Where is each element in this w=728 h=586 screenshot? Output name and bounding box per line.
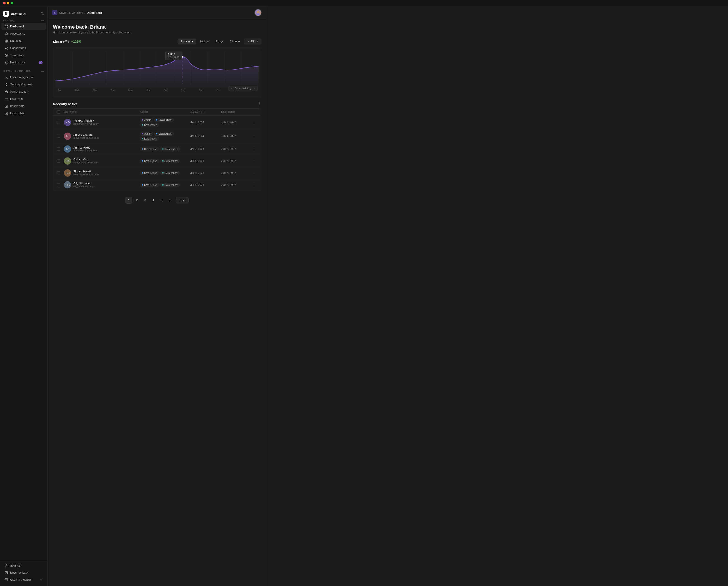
page-btn-6[interactable]: 6 bbox=[166, 197, 173, 204]
sidebar-item-export-data[interactable]: Export data bbox=[1, 110, 46, 117]
access-badges: Data Export Data Import bbox=[140, 147, 190, 151]
sidebar-item-label: Settings bbox=[10, 564, 20, 567]
chart-tooltip: 6,840 4 Jul 2023 bbox=[166, 51, 182, 60]
chart-area[interactable] bbox=[55, 51, 259, 87]
sidebar-item-security[interactable]: Security & access bbox=[1, 81, 46, 88]
sidebar-item-timezones[interactable]: Timezones bbox=[1, 52, 46, 59]
user-name: Sienna Hewitt bbox=[73, 170, 99, 173]
sidebar-item-label: Database bbox=[10, 39, 22, 43]
page-btn-1[interactable]: 1 bbox=[125, 197, 132, 204]
page-subtitle: Here's an overview of your site traffic … bbox=[53, 31, 261, 34]
date-added: July 4, 2022 bbox=[221, 171, 251, 175]
recently-active-menu[interactable] bbox=[257, 102, 261, 106]
svg-rect-23 bbox=[5, 578, 7, 581]
sidebar-item-database[interactable]: Database bbox=[1, 37, 46, 44]
last-active: Mar 8, 2024 bbox=[190, 171, 221, 175]
access-badges: Data Export Data Import bbox=[140, 183, 190, 187]
filter-30days[interactable]: 30 days bbox=[197, 38, 212, 45]
date-added: July 4, 2022 bbox=[221, 183, 251, 186]
row-menu-btn[interactable]: ⋮ bbox=[251, 147, 257, 151]
time-filters: 12 months 30 days 7 days 24 hours Filter… bbox=[178, 38, 261, 45]
svg-point-13 bbox=[7, 49, 8, 49]
sidebar-item-authentication[interactable]: Authentication bbox=[1, 88, 46, 95]
maximize-window-btn[interactable] bbox=[11, 2, 13, 4]
filters-button[interactable]: Filters bbox=[244, 38, 261, 45]
user-name: Ammar Foley bbox=[73, 146, 99, 149]
company-icon: S bbox=[52, 10, 57, 15]
svg-line-24 bbox=[41, 578, 43, 580]
page-btn-5[interactable]: 5 bbox=[158, 197, 165, 204]
row-checkbox[interactable] bbox=[57, 159, 60, 162]
page-btn-4[interactable]: 4 bbox=[150, 197, 157, 204]
sidebar-item-label: Export data bbox=[10, 112, 25, 115]
svg-point-4 bbox=[41, 12, 43, 15]
main-content: S Sisyphus Ventures / Dashboard Welcome … bbox=[47, 6, 267, 586]
row-menu-btn[interactable]: ⋮ bbox=[251, 171, 257, 175]
sidebar-item-import-data[interactable]: Import data bbox=[1, 103, 46, 109]
section-menu-icon2[interactable]: ••• bbox=[41, 70, 44, 73]
filters-label: Filters bbox=[251, 40, 258, 43]
page-title: Welcome back, Briana bbox=[53, 24, 261, 30]
filter-7days[interactable]: 7 days bbox=[213, 38, 226, 45]
date-added: July 4, 2022 bbox=[221, 148, 251, 151]
access-badges: Data Export Data Import bbox=[140, 159, 190, 163]
page-btn-2[interactable]: 2 bbox=[133, 197, 140, 204]
close-window-btn[interactable] bbox=[3, 2, 6, 4]
table-header: User name Access Last active Date added bbox=[53, 109, 261, 115]
next-button[interactable]: Next bbox=[176, 197, 189, 204]
filter-24hours[interactable]: 24 hours bbox=[227, 38, 243, 45]
date-added: July 4, 2022 bbox=[221, 159, 251, 162]
traffic-title: Site traffic bbox=[53, 40, 69, 44]
sidebar-item-dashboard[interactable]: Dashboard bbox=[1, 23, 46, 30]
svg-point-11 bbox=[5, 48, 6, 49]
table-row: AF Ammar Foley ammar@untitledui.com Data… bbox=[53, 143, 261, 155]
recently-active-title: Recently active bbox=[53, 102, 77, 106]
page-btn-3[interactable]: 3 bbox=[142, 197, 148, 204]
row-checkbox[interactable] bbox=[57, 183, 60, 186]
svg-rect-1 bbox=[6, 12, 7, 14]
minimize-window-btn[interactable] bbox=[7, 2, 9, 4]
row-menu-btn[interactable]: ⋮ bbox=[251, 120, 257, 125]
select-all-checkbox[interactable] bbox=[57, 110, 64, 113]
svg-rect-5 bbox=[5, 25, 6, 26]
row-checkbox[interactable] bbox=[57, 148, 60, 151]
sidebar-item-settings[interactable]: Settings bbox=[1, 562, 46, 569]
row-checkbox[interactable] bbox=[57, 171, 60, 175]
sidebar-item-appearance[interactable]: Appearance bbox=[1, 30, 46, 37]
security-icon bbox=[4, 83, 8, 86]
sidebar-item-notifications[interactable]: Notifications 4 bbox=[1, 59, 46, 66]
chart-container: 6,840 4 Jul 2023 bbox=[53, 48, 261, 97]
filter-12months[interactable]: 12 months bbox=[178, 38, 196, 45]
sisyphus-section-label: SISYPHUS VENTURES ••• bbox=[0, 69, 47, 74]
user-icon bbox=[4, 75, 8, 79]
row-checkbox[interactable] bbox=[57, 121, 60, 124]
section-menu-icon[interactable]: ••• bbox=[41, 20, 44, 22]
sidebar-item-connections[interactable]: Connections bbox=[1, 45, 46, 51]
avatar[interactable] bbox=[254, 9, 262, 16]
row-menu-btn[interactable]: ⋮ bbox=[251, 134, 257, 138]
appearance-icon bbox=[4, 32, 8, 35]
svg-rect-0 bbox=[5, 12, 6, 14]
sidebar-item-label: Appearance bbox=[10, 32, 25, 35]
table-row: OS Olly Shroeder olly@untitledui.com Dat… bbox=[53, 179, 261, 191]
col-last-active: Last active bbox=[190, 110, 221, 113]
connections-icon bbox=[4, 46, 8, 50]
user-name: Olly Shroeder bbox=[73, 182, 95, 185]
sidebar-item-user-management[interactable]: User management bbox=[1, 74, 46, 81]
search-icon[interactable] bbox=[41, 12, 44, 16]
press-drag-hint[interactable]: ← Press and drag → bbox=[228, 86, 258, 91]
sidebar: Untitled UI GENERAL ••• Dashboard Appear… bbox=[0, 6, 47, 586]
row-menu-btn[interactable]: ⋮ bbox=[251, 183, 257, 187]
sidebar-item-documentation[interactable]: Documentation bbox=[1, 569, 46, 576]
sidebar-item-label: Connections bbox=[10, 47, 26, 50]
row-menu-btn[interactable]: ⋮ bbox=[251, 159, 257, 163]
row-checkbox[interactable] bbox=[57, 135, 60, 138]
sidebar-item-label: User management bbox=[10, 76, 33, 79]
auth-icon bbox=[4, 90, 8, 94]
sidebar-item-label: Timezones bbox=[10, 54, 24, 57]
svg-rect-7 bbox=[5, 27, 6, 28]
notification-badge: 4 bbox=[39, 61, 43, 64]
sidebar-item-open-browser[interactable]: Open in browser bbox=[1, 576, 46, 583]
sidebar-item-payments[interactable]: Payments bbox=[1, 96, 46, 102]
col-access: Access bbox=[140, 110, 190, 113]
